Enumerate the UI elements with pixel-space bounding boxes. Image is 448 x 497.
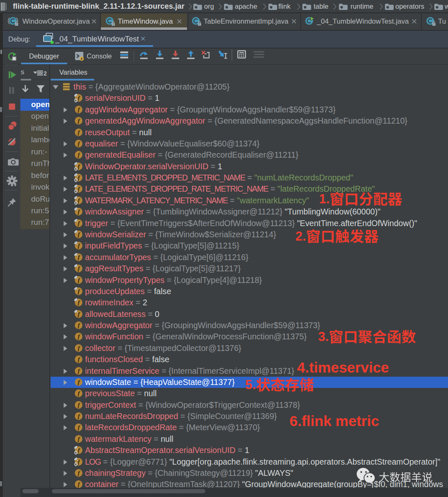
svg-text:2: 2 [44, 70, 47, 76]
